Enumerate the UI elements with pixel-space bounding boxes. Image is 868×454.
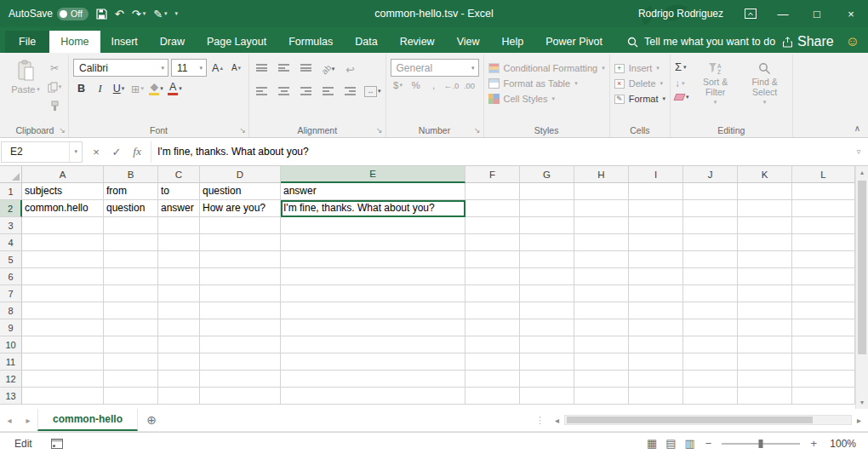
cell-L12[interactable] bbox=[792, 371, 855, 388]
zoom-in-button[interactable]: + bbox=[808, 437, 819, 450]
delete-cells-button[interactable]: ×Delete▾ bbox=[614, 78, 665, 89]
column-header-L[interactable]: L bbox=[792, 166, 855, 183]
cell-H3[interactable] bbox=[574, 217, 629, 234]
tab-power-pivot[interactable]: Power Pivot bbox=[534, 31, 614, 53]
undo-button[interactable]: ↶ bbox=[115, 8, 124, 20]
cell-D12[interactable] bbox=[200, 371, 281, 388]
cell-J4[interactable] bbox=[683, 234, 738, 251]
cell-L3[interactable] bbox=[792, 217, 855, 234]
cell-styles-button[interactable]: Cell Styles▾ bbox=[488, 94, 605, 104]
cell-J13[interactable] bbox=[683, 388, 738, 405]
cell-B1[interactable]: from bbox=[104, 183, 158, 200]
cell-I13[interactable] bbox=[629, 388, 683, 405]
tab-file[interactable]: File bbox=[5, 31, 49, 53]
cell-J9[interactable] bbox=[683, 319, 738, 336]
cell-D7[interactable] bbox=[200, 285, 281, 302]
cell-G13[interactable] bbox=[520, 388, 574, 405]
redo-button[interactable]: ↷▾ bbox=[132, 8, 146, 20]
merge-center-button[interactable]: ↔▾ bbox=[364, 83, 381, 100]
cell-D13[interactable] bbox=[200, 388, 281, 405]
column-header-H[interactable]: H bbox=[574, 166, 629, 183]
cell-C3[interactable] bbox=[158, 217, 200, 234]
cell-E6[interactable] bbox=[281, 268, 465, 285]
cell-L11[interactable] bbox=[792, 353, 855, 371]
borders-button[interactable]: ⊞▾ bbox=[129, 80, 146, 97]
cell-A8[interactable] bbox=[22, 302, 104, 319]
column-header-D[interactable]: D bbox=[200, 166, 281, 183]
cell-D10[interactable] bbox=[200, 336, 281, 353]
insert-cells-button[interactable]: +Insert▾ bbox=[614, 63, 665, 73]
align-left-button[interactable] bbox=[254, 83, 270, 100]
scroll-down-arrow[interactable]: ▾ bbox=[856, 396, 868, 409]
ribbon-display-options-button[interactable] bbox=[735, 0, 766, 27]
cell-G8[interactable] bbox=[520, 302, 574, 319]
sort-filter-button[interactable]: AZ Sort & Filter ▾ bbox=[693, 60, 739, 123]
cell-H6[interactable] bbox=[574, 268, 629, 285]
column-header-F[interactable]: F bbox=[465, 166, 520, 183]
cell-E3[interactable] bbox=[281, 217, 465, 234]
cell-G9[interactable] bbox=[520, 319, 574, 336]
wrap-text-button[interactable]: ↩ bbox=[342, 60, 358, 78]
align-top-button[interactable] bbox=[254, 60, 270, 78]
format-painter-button[interactable] bbox=[45, 98, 64, 113]
tell-me-search[interactable]: Tell me what you want to do bbox=[627, 31, 775, 53]
cell-K12[interactable] bbox=[738, 371, 792, 388]
cell-C6[interactable] bbox=[158, 268, 200, 285]
cell-E1[interactable]: answer bbox=[281, 183, 465, 200]
cell-A7[interactable] bbox=[22, 285, 104, 302]
row-header-2[interactable]: 2 bbox=[0, 200, 22, 217]
cell-G3[interactable] bbox=[520, 217, 574, 234]
horizontal-scrollbar[interactable]: ◂ ▸ bbox=[550, 415, 866, 425]
cell-K2[interactable] bbox=[738, 200, 792, 217]
cell-D6[interactable] bbox=[200, 268, 281, 285]
cell-D11[interactable] bbox=[200, 353, 281, 371]
cell-F8[interactable] bbox=[465, 302, 520, 319]
cell-D3[interactable] bbox=[200, 217, 281, 234]
cell-D8[interactable] bbox=[200, 302, 281, 319]
align-bottom-button[interactable] bbox=[298, 60, 314, 78]
cell-E13[interactable] bbox=[281, 388, 465, 405]
cell-L13[interactable] bbox=[792, 388, 855, 405]
cell-B3[interactable] bbox=[104, 217, 158, 234]
autosave-toggle[interactable]: AutoSave Off bbox=[9, 8, 89, 20]
cell-F11[interactable] bbox=[465, 353, 520, 371]
column-header-K[interactable]: K bbox=[738, 166, 792, 183]
cell-H8[interactable] bbox=[574, 302, 629, 319]
decrease-decimal-button[interactable]: .00 bbox=[462, 81, 477, 90]
macro-record-button[interactable] bbox=[51, 439, 63, 449]
touch-mode-button[interactable]: ✎▾ bbox=[153, 8, 167, 20]
paste-button[interactable]: Paste▾ bbox=[6, 57, 45, 123]
cell-F9[interactable] bbox=[465, 319, 520, 336]
cell-B2[interactable]: question bbox=[104, 200, 158, 217]
cell-F13[interactable] bbox=[465, 388, 520, 405]
name-box[interactable]: E2 ▾ bbox=[1, 141, 83, 163]
cell-F4[interactable] bbox=[465, 234, 520, 251]
column-header-J[interactable]: J bbox=[683, 166, 738, 183]
cell-C2[interactable]: answer bbox=[158, 200, 200, 217]
zoom-slider-thumb[interactable] bbox=[759, 440, 763, 448]
cell-D9[interactable] bbox=[200, 319, 281, 336]
cell-B6[interactable] bbox=[104, 268, 158, 285]
cell-I4[interactable] bbox=[629, 234, 683, 251]
cell-E9[interactable] bbox=[281, 319, 465, 336]
account-name[interactable]: Rodrigo Rodriguez bbox=[638, 8, 723, 20]
number-format-select[interactable]: General▾ bbox=[391, 59, 479, 77]
cell-K4[interactable] bbox=[738, 234, 792, 251]
cell-I1[interactable] bbox=[629, 183, 683, 200]
cell-L6[interactable] bbox=[792, 268, 855, 285]
row-header-5[interactable]: 5 bbox=[0, 251, 22, 268]
percent-style-button[interactable]: % bbox=[408, 80, 424, 90]
cell-I9[interactable] bbox=[629, 319, 683, 336]
zoom-level[interactable]: 100% bbox=[827, 438, 856, 450]
cell-B7[interactable] bbox=[104, 285, 158, 302]
alignment-dialog-launcher[interactable]: ↘ bbox=[376, 126, 383, 135]
align-middle-button[interactable] bbox=[276, 60, 292, 78]
h-scroll-left-arrow[interactable]: ◂ bbox=[550, 416, 564, 425]
row-header-6[interactable]: 6 bbox=[0, 268, 22, 285]
select-all-corner[interactable] bbox=[0, 166, 22, 183]
cell-A13[interactable] bbox=[22, 388, 104, 405]
cell-A4[interactable] bbox=[22, 234, 104, 251]
cell-L2[interactable] bbox=[792, 200, 855, 217]
increase-font-size-button[interactable]: A▴ bbox=[209, 60, 226, 77]
row-header-8[interactable]: 8 bbox=[0, 302, 22, 319]
